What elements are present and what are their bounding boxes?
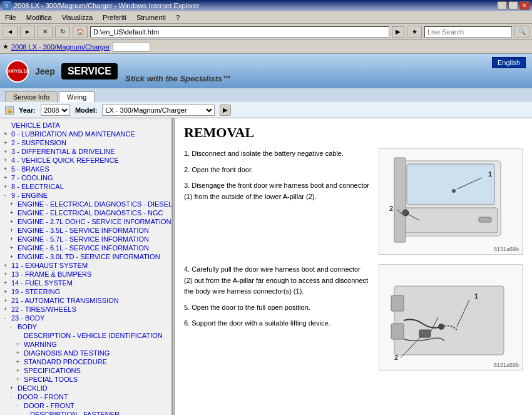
expand-icon: +: [4, 297, 10, 304]
expand-icon: +: [4, 183, 10, 190]
step-6: 6. Support the door with a suitable lift…: [184, 318, 369, 329]
nav-differential[interactable]: + 3 - DIFFERENTIAL & DRIVELINE: [3, 147, 169, 156]
nav-engine-3.5l[interactable]: + ENGINE - 3.5L - SERVICE INFORMATION: [3, 226, 169, 235]
svg-text:2: 2: [389, 205, 393, 212]
window-title: 2008 LX - 300/Magnum/Charger - Windows I…: [14, 2, 200, 9]
go-button[interactable]: ▶: [392, 26, 404, 38]
fav-text-input[interactable]: [113, 42, 150, 52]
expand-icon: +: [4, 140, 10, 146]
tab-service-info[interactable]: Service Info: [5, 91, 58, 102]
nav-door-front-sub[interactable]: - DOOR - FRONT: [3, 401, 169, 410]
nav-cooling[interactable]: + 7 - COOLING: [3, 173, 169, 182]
nav-engine-electrical-ngc[interactable]: + ENGINE - ELECTRICAL DIAGNOSTICS - NGC: [3, 208, 169, 217]
favorites-button[interactable]: ★: [407, 26, 422, 38]
menu-preferiti[interactable]: Preferiti: [100, 13, 129, 23]
expand-icon: +: [10, 254, 16, 260]
expand-icon: -: [4, 192, 10, 198]
expand-icon: +: [4, 166, 10, 172]
content-section-1: 1. Disconnect and isolate the battery ne…: [184, 148, 523, 255]
favorites-star-icon: ★: [3, 43, 9, 51]
model-go-button[interactable]: ▶: [220, 105, 231, 116]
nav-diagnosis[interactable]: + DIAGNOSIS AND TESTING: [3, 349, 169, 357]
year-select[interactable]: 2008: [41, 105, 70, 116]
nav-tires-wheels[interactable]: + 22 - TIRES/WHEELS: [3, 305, 169, 314]
nav-warning[interactable]: + WARNING: [3, 340, 169, 349]
chrysler-logo: CHRYSLER: [6, 60, 29, 83]
model-selector: 🔒 Year: 2008 Model: LX - 300/Magnum/Char…: [0, 102, 532, 118]
service-badge: SERVICE: [61, 63, 118, 79]
nav-body[interactable]: - 23 - BODY: [3, 314, 169, 322]
address-input[interactable]: [90, 26, 389, 38]
logo-area: CHRYSLER Jeep SERVICE: [6, 60, 118, 83]
address-bar: ◄ ► ✕ ↻ 🏠 ▶ ★ 🔍: [0, 24, 532, 40]
menu-modifica[interactable]: Modifica: [24, 13, 54, 23]
nav-description-fastener[interactable]: DESCRIPTION - FASTENER: [3, 410, 169, 415]
nav-body-sub[interactable]: - BODY: [3, 322, 169, 331]
nav-vehicle-quick[interactable]: + 4 - VEHICLE QUICK REFERENCE: [3, 156, 169, 165]
stop-button[interactable]: ✕: [38, 26, 53, 38]
english-button[interactable]: English: [492, 57, 526, 68]
chrysler-text: CHRYSLER: [6, 69, 29, 73]
minimize-button[interactable]: –: [497, 1, 507, 10]
nav-special-tools[interactable]: + SPECIAL TOOLS: [3, 375, 169, 384]
back-button[interactable]: ◄: [3, 26, 18, 38]
step-1: 1. Disconnect and isolate the battery ne…: [184, 148, 369, 160]
nav-suspension[interactable]: + 2 - SUSPENSION: [3, 138, 169, 147]
nav-steering[interactable]: + 19 - STEERING: [3, 287, 169, 296]
close-button[interactable]: ✕: [519, 1, 529, 10]
nav-engine-3.0l[interactable]: + ENGINE - 3.0L TD - SERVICE INFORMATION: [3, 252, 169, 261]
expand-icon: +: [10, 218, 16, 225]
main-content: VEHICLE DATA + 0 - LUBRICATION AND MAINT…: [0, 118, 532, 415]
nav-specifications[interactable]: + SPECIFICATIONS: [3, 366, 169, 375]
tagline: Stick with the Specialists™: [125, 74, 230, 83]
nav-engine[interactable]: - 9 - ENGINE: [3, 191, 169, 200]
step-3: 3. Disengage the front door wire harness…: [184, 180, 369, 202]
expand-icon: +: [10, 385, 16, 391]
expand-icon: +: [16, 350, 23, 356]
fav-item-1[interactable]: 2008 LX - 300/Magnum/Charger: [11, 43, 110, 51]
menu-strumenti[interactable]: Strumenti: [134, 13, 168, 23]
svg-point-8: [452, 189, 456, 193]
refresh-button[interactable]: ↻: [55, 26, 70, 38]
nav-engine-2.7l[interactable]: + ENGINE - 2.7L DOHC - SERVICE INFORMATI…: [3, 217, 169, 226]
model-select[interactable]: LX - 300/Magnum/Charger: [102, 105, 215, 116]
nav-engine-5.7l[interactable]: + ENGINE - 5.7L - SERVICE INFORMATION: [3, 235, 169, 243]
svg-rect-14: [391, 324, 404, 339]
menu-visualizza[interactable]: Visualizza: [59, 13, 95, 23]
nav-frame[interactable]: + 13 - FRAME & BUMPERS: [3, 270, 169, 279]
search-button[interactable]: 🔍: [514, 26, 529, 38]
nav-vehicle-data[interactable]: VEHICLE DATA: [3, 121, 169, 130]
home-button[interactable]: 🏠: [73, 26, 88, 38]
expand-icon: +: [10, 201, 16, 207]
nav-description-vehicle[interactable]: DESCRIPTION - VEHICLE IDENTIFICATION: [3, 331, 169, 340]
expand-icon: -: [16, 402, 23, 409]
diagram-svg-2: 1 2: [382, 267, 519, 367]
expand-icon: +: [4, 157, 10, 163]
nav-fuel[interactable]: + 14 - FUEL SYSTEM: [3, 279, 169, 287]
nav-door-front[interactable]: - DOOR - FRONT: [3, 392, 169, 401]
expand-icon: +: [4, 175, 10, 181]
menu-bar: File Modifica Visualizza Preferiti Strum…: [0, 11, 532, 24]
forward-button[interactable]: ►: [20, 26, 35, 38]
nav-exhaust[interactable]: + 11 - EXHAUST SYSTEM: [3, 261, 169, 270]
nav-engine-6.1l[interactable]: + ENGINE - 6.1L - SERVICE INFORMATION: [3, 243, 169, 252]
expand-icon: +: [16, 376, 23, 382]
left-nav: VEHICLE DATA + 0 - LUBRICATION AND MAINT…: [0, 118, 172, 415]
nav-standard-procedure[interactable]: + STANDARD PROCEDURE: [3, 357, 169, 366]
nav-electrical[interactable]: + 8 - ELECTRICAL: [3, 182, 169, 191]
svg-text:1: 1: [474, 292, 478, 300]
maximize-button[interactable]: □: [508, 1, 518, 10]
content-text-block-1: 1. Disconnect and isolate the battery ne…: [184, 148, 369, 255]
nav-lubrication[interactable]: + 0 - LUBRICATION AND MAINTENANCE: [3, 130, 169, 138]
nav-brakes[interactable]: + 5 - BRAKES: [3, 165, 169, 173]
menu-help[interactable]: ?: [173, 13, 182, 23]
nav-decklid[interactable]: + DECKLID: [3, 384, 169, 392]
nav-engine-electrical-diesel[interactable]: + ENGINE - ELECTRICAL DIAGNOSTICS - DIES…: [3, 200, 169, 208]
expand-icon: +: [10, 210, 16, 216]
expand-icon: -: [10, 324, 16, 330]
expand-icon: -: [4, 315, 10, 321]
nav-transmission[interactable]: + 21 - AUTOMATIC TRANSMISSION: [3, 296, 169, 305]
search-input[interactable]: [424, 26, 512, 38]
menu-file[interactable]: File: [3, 13, 19, 23]
tab-wiring[interactable]: Wiring: [59, 91, 95, 102]
